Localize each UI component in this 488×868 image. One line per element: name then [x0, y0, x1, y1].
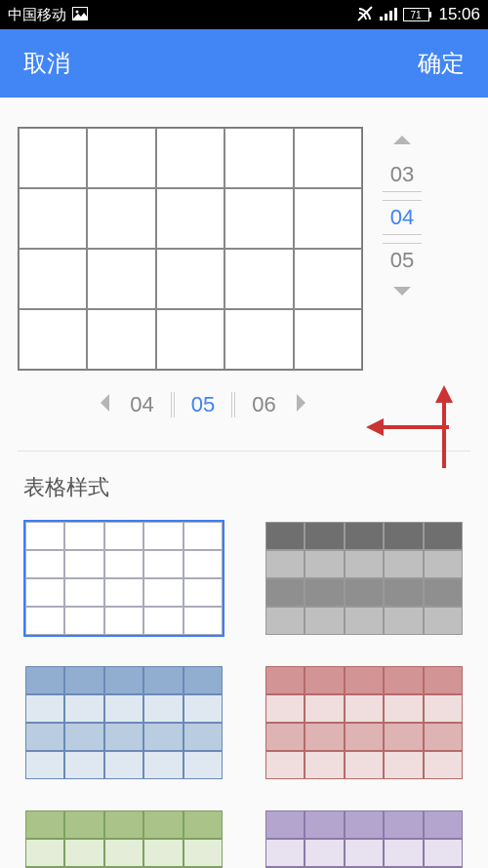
style-cell [143, 694, 183, 723]
style-white[interactable] [23, 520, 224, 637]
style-cell [345, 578, 384, 607]
preview-cell [87, 309, 155, 370]
dialog-header: 取消 确定 [0, 29, 488, 98]
style-red[interactable] [264, 664, 465, 781]
style-cell [143, 666, 183, 694]
preview-cell [224, 249, 293, 309]
style-cell [265, 751, 305, 779]
style-cell [265, 522, 305, 550]
style-cell [143, 751, 183, 779]
style-cell [345, 607, 384, 635]
style-cell [183, 607, 223, 635]
preview-cell [19, 128, 87, 188]
style-cell [424, 723, 463, 751]
preview-cell [156, 309, 224, 370]
style-cell [424, 578, 463, 607]
style-cell [424, 694, 463, 723]
status-bar: 中国移动 71 15:06 [0, 0, 488, 29]
style-green[interactable] [23, 809, 224, 868]
column-count-picker[interactable]: 04 05 06 [37, 392, 369, 417]
style-cell [345, 810, 384, 839]
style-cell [265, 723, 305, 751]
style-cell [384, 839, 423, 867]
style-cell [64, 522, 103, 550]
style-cell [183, 578, 223, 607]
signal-icon [380, 7, 397, 23]
preview-cell [224, 309, 293, 370]
style-cell [384, 810, 423, 839]
style-cell [104, 751, 143, 779]
style-cell [64, 839, 103, 867]
style-cell [384, 694, 423, 723]
style-cell [25, 666, 64, 694]
style-cell [345, 694, 384, 723]
preview-cell [19, 309, 87, 370]
style-cell [424, 810, 463, 839]
style-cell [265, 666, 305, 694]
preview-cell [224, 128, 293, 188]
style-cell [104, 607, 143, 635]
style-cell [64, 550, 103, 578]
style-cell [424, 522, 463, 550]
style-cell [305, 810, 344, 839]
style-cell [305, 751, 344, 779]
style-cell [384, 666, 423, 694]
preview-cell [87, 249, 155, 309]
styles-section-title: 表格样式 [18, 473, 470, 502]
row-picker-selected[interactable]: 04 [383, 200, 422, 235]
style-cell [64, 607, 103, 635]
chevron-up-icon[interactable] [391, 133, 413, 150]
style-cell [143, 723, 183, 751]
style-cell [104, 694, 143, 723]
image-icon [72, 7, 88, 23]
col-picker-selected[interactable]: 05 [174, 392, 232, 417]
style-cell [183, 839, 223, 867]
preview-cell [224, 188, 293, 249]
style-cell [143, 550, 183, 578]
confirm-button[interactable]: 确定 [418, 48, 465, 79]
content-area: 03 04 05 04 05 06 表格样式 [0, 98, 488, 868]
style-purple[interactable] [264, 809, 465, 868]
style-cell [64, 694, 103, 723]
preview-cell [156, 249, 224, 309]
style-cell [384, 522, 423, 550]
preview-cell [294, 249, 362, 309]
chevron-down-icon[interactable] [391, 285, 413, 302]
style-cell [265, 810, 305, 839]
preview-cell [87, 188, 155, 249]
row-count-picker[interactable]: 03 04 05 [373, 127, 431, 302]
row-picker-prev[interactable]: 03 [383, 158, 422, 192]
style-cell [143, 607, 183, 635]
style-cell [265, 607, 305, 635]
style-blue[interactable] [23, 664, 224, 781]
style-cell [64, 751, 103, 779]
row-picker-next[interactable]: 05 [383, 243, 422, 277]
style-gray[interactable] [264, 520, 465, 637]
style-cell [305, 550, 344, 578]
style-cell [25, 694, 64, 723]
chevron-left-icon[interactable] [98, 392, 111, 417]
style-cell [345, 522, 384, 550]
style-cell [143, 810, 183, 839]
svg-rect-6 [394, 8, 397, 20]
style-cell [305, 578, 344, 607]
style-cell [183, 550, 223, 578]
svg-text:71: 71 [411, 10, 423, 20]
style-cell [25, 578, 64, 607]
style-cell [64, 810, 103, 839]
chevron-right-icon[interactable] [295, 392, 308, 417]
svg-rect-3 [380, 17, 383, 20]
col-picker-prev[interactable]: 04 [113, 392, 172, 417]
col-picker-next[interactable]: 06 [234, 392, 293, 417]
cancel-button[interactable]: 取消 [23, 48, 70, 79]
carrier-label: 中国移动 [8, 6, 66, 24]
style-cell [265, 839, 305, 867]
style-cell [25, 607, 64, 635]
style-cell [64, 723, 103, 751]
style-cell [345, 666, 384, 694]
style-cell [424, 607, 463, 635]
style-cell [384, 723, 423, 751]
mute-icon [356, 5, 374, 25]
style-cell [345, 839, 384, 867]
style-cell [25, 522, 64, 550]
